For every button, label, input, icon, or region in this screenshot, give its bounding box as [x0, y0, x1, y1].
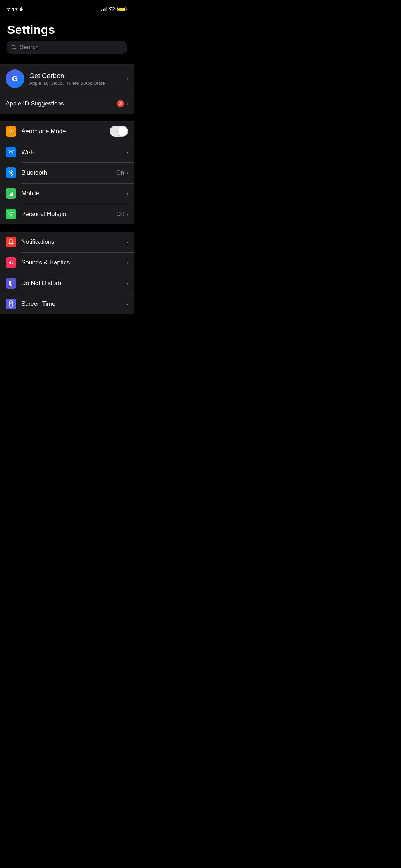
mobile-icon — [6, 188, 16, 199]
appleid-suggestions-row[interactable]: Apple ID Suggestions 2 › — [0, 93, 134, 114]
screentime-row[interactable]: Screen Time › — [0, 294, 134, 314]
chevron-icon: › — [126, 76, 128, 82]
svg-point-8 — [11, 239, 11, 239]
bluetooth-label: Bluetooth — [21, 169, 116, 176]
notifications-group: Notifications › Sounds & Haptics › Do No… — [0, 232, 134, 314]
chevron-icon: › — [126, 191, 128, 196]
aeroplane-icon: ✈ — [6, 126, 16, 137]
avatar: G — [6, 69, 24, 88]
page-title: Settings — [7, 23, 127, 37]
status-right: ⚡ — [101, 7, 127, 11]
appleid-group: G Get Carbon Apple ID, iCloud, iTunes & … — [0, 64, 134, 114]
hotspot-row[interactable]: Personal Hotspot Off › — [0, 204, 134, 224]
svg-rect-3 — [10, 194, 11, 196]
wifi-label: Wi-Fi — [21, 149, 124, 156]
appleid-row[interactable]: G Get Carbon Apple ID, iCloud, iTunes & … — [0, 64, 134, 93]
donotdisturb-label: Do Not Disturb — [21, 280, 126, 287]
hotspot-icon — [6, 209, 16, 219]
hotspot-label: Personal Hotspot — [21, 211, 116, 218]
chevron-icon: › — [126, 149, 128, 155]
chevron-icon: › — [126, 170, 128, 176]
sounds-row[interactable]: Sounds & Haptics › — [0, 252, 134, 273]
header: Settings — [0, 16, 134, 57]
chevron-icon: › — [126, 301, 128, 307]
screentime-label: Screen Time — [21, 300, 126, 308]
chevron-icon: › — [126, 260, 128, 265]
svg-rect-5 — [12, 192, 14, 196]
location-icon — [19, 7, 23, 12]
sounds-label: Sounds & Haptics — [21, 259, 126, 266]
aeroplane-label: Aeroplane Mode — [21, 128, 110, 135]
svg-line-1 — [15, 48, 16, 49]
notifications-label: Notifications — [21, 238, 124, 246]
bluetooth-icon — [6, 167, 16, 178]
donotdisturb-row[interactable]: Do Not Disturb › — [0, 273, 134, 294]
appleid-subtitle: Apple ID, iCloud, iTunes & App Store — [29, 81, 124, 86]
battery-icon: ⚡ — [117, 7, 127, 11]
chevron-icon: › — [126, 239, 128, 245]
svg-rect-4 — [11, 193, 12, 196]
mobile-row[interactable]: Mobile › — [0, 183, 134, 204]
status-time: 7:17 — [7, 6, 23, 12]
wifi-row[interactable]: Wi-Fi › — [0, 142, 134, 162]
sounds-icon — [6, 257, 16, 268]
aeroplane-toggle[interactable] — [110, 126, 128, 137]
appleid-name: Get Carbon — [29, 72, 124, 80]
svg-rect-2 — [9, 195, 10, 196]
chevron-icon: › — [126, 211, 128, 217]
aeroplane-row[interactable]: ✈ Aeroplane Mode — [0, 121, 134, 142]
search-icon — [11, 45, 17, 50]
appleid-suggestions-label: Apple ID Suggestions — [6, 100, 117, 107]
notifications-row[interactable]: Notifications › — [0, 232, 134, 252]
bluetooth-row[interactable]: Bluetooth On › — [0, 162, 134, 183]
svg-point-6 — [10, 215, 12, 217]
mobile-label: Mobile — [21, 190, 124, 197]
connectivity-group: ✈ Aeroplane Mode Wi-Fi › Bluetooth On › — [0, 121, 134, 224]
hotspot-value: Off — [116, 211, 124, 218]
suggestions-badge: 2 — [117, 100, 124, 107]
chevron-icon: › — [126, 101, 128, 107]
notifications-icon — [6, 237, 16, 247]
bluetooth-value: On — [116, 169, 124, 176]
chevron-icon: › — [126, 280, 128, 286]
screentime-icon — [6, 299, 16, 309]
donotdisturb-icon — [6, 278, 16, 289]
wifi-status-icon — [109, 7, 115, 11]
search-input[interactable] — [20, 44, 122, 51]
status-bar: 7:17 ⚡ — [0, 0, 134, 16]
search-bar[interactable] — [7, 41, 127, 54]
wifi-icon — [6, 147, 16, 157]
signal-icon — [101, 7, 107, 11]
